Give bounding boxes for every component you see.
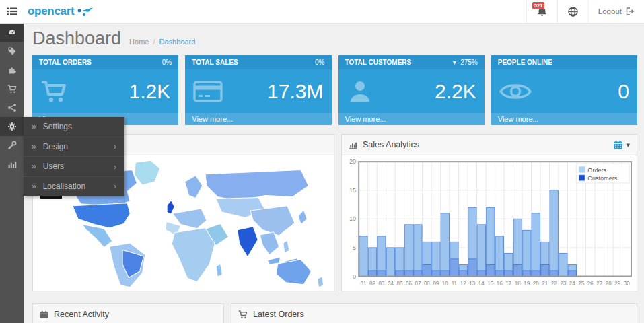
sales-analytics-panel: Sales Analytics ▾ 0510152001020304050607… xyxy=(341,134,637,291)
view-more-link[interactable]: View more... xyxy=(338,113,485,125)
submenu-label: Design xyxy=(43,142,68,151)
map-se-asia xyxy=(260,232,279,255)
double-chevron-icon: » xyxy=(32,162,36,171)
svg-text:02: 02 xyxy=(369,281,375,287)
svg-text:06: 06 xyxy=(406,281,412,287)
menu-toggle-button[interactable] xyxy=(0,0,24,23)
submenu-item-localisation[interactable]: » Localisation › xyxy=(24,177,124,196)
latest-orders-panel: Latest Orders xyxy=(231,303,637,323)
top-header: opencart 521 Logou xyxy=(0,0,644,24)
view-more-link[interactable]: View more... xyxy=(185,113,331,125)
share-icon xyxy=(7,103,17,112)
latest-orders-header: Latest Orders xyxy=(231,304,637,323)
sidebar-item-tools[interactable] xyxy=(0,136,24,155)
map-africa xyxy=(172,228,215,282)
sales-analytics-chart: 0510152001020304050607080910111213141516… xyxy=(345,157,633,289)
map-india xyxy=(238,227,258,257)
dashboard-icon xyxy=(7,28,17,37)
breadcrumb-home[interactable]: Home xyxy=(129,38,149,46)
double-chevron-icon: » xyxy=(32,182,36,191)
svg-text:15: 15 xyxy=(487,281,493,287)
hamburger-icon xyxy=(6,7,18,16)
bar-chart-icon xyxy=(7,159,17,169)
sidebar-nav xyxy=(0,23,24,323)
language-button[interactable] xyxy=(557,0,588,23)
sidebar-item-dashboard[interactable] xyxy=(0,23,24,42)
svg-text:21: 21 xyxy=(542,281,548,287)
svg-text:04: 04 xyxy=(388,281,394,287)
view-more-link[interactable]: View more... xyxy=(491,113,637,125)
map-new-zealand xyxy=(318,276,324,287)
svg-text:24: 24 xyxy=(569,281,575,287)
tile-total-orders: TOTAL ORDERS 0% 1.2K View more... xyxy=(32,55,178,125)
submenu-label: Users xyxy=(43,162,64,171)
panel-title: Recent Activity xyxy=(54,310,109,319)
tile-title: TOTAL ORDERS xyxy=(39,59,92,66)
svg-text:03: 03 xyxy=(378,281,384,287)
shopping-cart-icon xyxy=(40,78,70,105)
caret-down-icon: ▾ xyxy=(453,59,456,66)
double-chevron-icon: » xyxy=(32,142,36,151)
svg-text:26: 26 xyxy=(587,281,594,287)
notifications-button[interactable]: 521 xyxy=(526,0,557,23)
svg-text:07: 07 xyxy=(415,281,421,287)
sales-analytics-chart-body: 0510152001020304050607080910111213141516… xyxy=(342,155,637,291)
page-header: Dashboard Home / Dashboard xyxy=(32,28,637,49)
sidebar-item-reports[interactable] xyxy=(0,155,24,174)
tile-total-customers: TOTAL CUSTOMERS ▾ -275% 2.2K View more..… xyxy=(338,55,485,125)
header-actions: 521 Logout xyxy=(526,0,644,23)
tile-title: TOTAL SALES xyxy=(192,59,238,66)
sidebar-item-sales[interactable] xyxy=(0,79,24,98)
calendar-icon xyxy=(613,140,623,149)
submenu-item-design[interactable]: » Design › xyxy=(24,137,124,157)
submenu-item-users[interactable]: » Users › xyxy=(24,157,124,177)
sales-analytics-header: Sales Analytics ▾ xyxy=(342,135,637,155)
svg-text:17: 17 xyxy=(505,281,511,287)
svg-text:09: 09 xyxy=(433,281,439,287)
sidebar-item-catalog[interactable] xyxy=(0,42,24,61)
sidebar-item-system[interactable] xyxy=(0,117,24,136)
sidebar-item-marketing[interactable] xyxy=(0,98,24,117)
svg-text:16: 16 xyxy=(497,281,503,287)
globe-icon xyxy=(567,6,579,17)
opencart-logo[interactable]: opencart xyxy=(24,5,94,18)
chevron-right-icon: › xyxy=(114,141,116,151)
tile-title: PEOPLE ONLINE xyxy=(498,59,552,66)
page-title: Dashboard xyxy=(32,28,121,49)
svg-text:30: 30 xyxy=(624,281,630,287)
recent-activity-panel: Recent Activity xyxy=(32,303,224,323)
logout-button[interactable]: Logout xyxy=(588,0,644,23)
breadcrumb-separator: / xyxy=(153,38,155,46)
logout-label: Logout xyxy=(598,7,622,15)
submenu-label: Localisation xyxy=(43,182,85,191)
submenu-item-settings[interactable]: » Settings xyxy=(24,117,124,137)
svg-text:Orders: Orders xyxy=(587,166,606,173)
svg-text:11: 11 xyxy=(452,281,458,287)
system-submenu: » Settings » Design › » Users › » Locali… xyxy=(24,117,124,196)
svg-text:01: 01 xyxy=(360,281,366,287)
map-philippines xyxy=(283,240,289,252)
svg-text:10: 10 xyxy=(442,281,448,287)
sidebar-item-extensions[interactable] xyxy=(0,61,24,79)
date-range-dropdown[interactable]: ▾ xyxy=(613,140,630,149)
svg-text:29: 29 xyxy=(614,281,620,287)
svg-text:19: 19 xyxy=(524,281,530,287)
svg-text:13: 13 xyxy=(469,281,475,287)
tile-percent: 0% xyxy=(315,59,324,66)
map-australia xyxy=(277,260,312,285)
svg-text:27: 27 xyxy=(596,281,602,287)
map-japan xyxy=(298,210,307,225)
svg-text:20: 20 xyxy=(533,281,539,287)
tag-icon xyxy=(7,46,17,56)
logo-text: opencart xyxy=(28,5,74,18)
panel-title: Sales Analytics xyxy=(363,140,419,149)
stat-tiles: TOTAL ORDERS 0% 1.2K View more... TOTAL … xyxy=(32,55,637,125)
submenu-label: Settings xyxy=(43,122,72,131)
caret-down-icon: ▾ xyxy=(626,141,630,149)
cart-icon xyxy=(7,84,17,94)
tile-value: 1.2K xyxy=(129,80,171,103)
bottom-widgets-row: Recent Activity Latest Orders xyxy=(32,303,637,323)
breadcrumb-current[interactable]: Dashboard xyxy=(159,38,196,46)
svg-text:20: 20 xyxy=(349,158,356,165)
notification-badge: 521 xyxy=(532,2,545,9)
